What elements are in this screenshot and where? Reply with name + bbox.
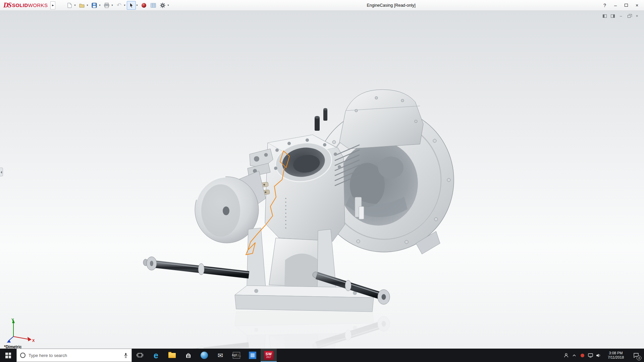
options-gear-icon xyxy=(160,2,166,8)
terminal-icon[interactable]: &gt;_ xyxy=(228,349,245,362)
tray-time: 3:08 PM xyxy=(602,351,629,355)
document-window-controls: – × xyxy=(602,13,640,19)
titlebar: DS SOLIDWORKS ▶ ▾ ▾ ▾ ▾ ↶ ▾ xyxy=(0,0,644,11)
feature-panel-collapsed-tab[interactable] xyxy=(0,168,3,176)
maximize-button[interactable] xyxy=(621,1,631,10)
windows-logo-icon xyxy=(5,353,11,358)
new-document-button[interactable] xyxy=(65,1,74,10)
pane-left-toggle[interactable] xyxy=(602,13,608,19)
sw-icon-text: SW xyxy=(266,352,272,356)
action-center-icon[interactable]: 3 xyxy=(629,349,643,362)
volume-icon[interactable] xyxy=(594,349,602,362)
save-floppy-icon xyxy=(91,2,97,8)
options-gear-button[interactable] xyxy=(158,1,167,10)
task-view-button[interactable] xyxy=(132,349,148,362)
minimize-button[interactable]: – xyxy=(610,1,621,10)
main-toolbar: ▾ ▾ ▾ ▾ ↶ ▾ ▾ xyxy=(65,1,170,10)
taskbar-apps: e ✉ &gt;_ SW 2017 xyxy=(132,349,277,362)
graphics-viewport[interactable]: – × Y X *Dimetric xyxy=(0,11,644,349)
brand-solid: SOLID xyxy=(12,2,28,8)
solidworks-taskbar-icon[interactable]: SW 2017 xyxy=(261,349,277,362)
maximize-icon xyxy=(625,4,628,7)
appearance-sphere-icon xyxy=(141,2,147,8)
sw-icon-year: 2017 xyxy=(266,356,271,359)
open-dropdown-arrow[interactable]: ▾ xyxy=(87,4,88,7)
microphone-icon[interactable] xyxy=(123,353,128,358)
y-axis-label: Y xyxy=(11,318,14,322)
start-button[interactable] xyxy=(0,349,16,362)
task-view-icon xyxy=(136,352,144,358)
doc-restore-icon xyxy=(628,15,631,18)
window-controls: ? – × xyxy=(600,1,644,10)
open-button[interactable] xyxy=(77,1,86,10)
doc-minimize-button[interactable]: – xyxy=(618,13,624,19)
people-icon[interactable] xyxy=(562,349,570,362)
save-dropdown-arrow[interactable]: ▾ xyxy=(99,4,100,7)
pane-right-toggle[interactable] xyxy=(610,13,616,19)
tray-date: 7/11/2018 xyxy=(602,355,629,360)
file-explorer-icon[interactable] xyxy=(164,349,180,362)
document-title: EngineCasing [Read-only] xyxy=(367,0,415,11)
help-button[interactable]: ? xyxy=(600,1,610,10)
taskbar-clock[interactable]: 3:08 PM 7/11/2018 xyxy=(602,351,629,360)
close-button[interactable]: × xyxy=(632,1,642,10)
print-button[interactable] xyxy=(102,1,111,10)
store-icon[interactable] xyxy=(180,349,196,362)
photos-icon[interactable] xyxy=(245,349,261,362)
solidworks-logo: DS SOLIDWORKS xyxy=(0,1,50,9)
undo-icon: ↶ xyxy=(117,2,121,8)
doc-restore-button[interactable] xyxy=(626,13,632,19)
browser-ball-icon[interactable] xyxy=(196,349,212,362)
system-tray: 3:08 PM 7/11/2018 3 xyxy=(562,349,644,362)
ds-logo-icon: DS xyxy=(3,1,11,9)
open-folder-icon xyxy=(79,2,85,8)
design-table-icon xyxy=(150,2,156,8)
hidden-icons-chevron[interactable] xyxy=(570,349,578,362)
brand-works: WORKS xyxy=(28,2,48,8)
undo-dropdown-arrow[interactable]: ▾ xyxy=(124,4,125,7)
antivirus-tray-icon[interactable] xyxy=(578,349,586,362)
search-input[interactable] xyxy=(29,353,120,358)
print-icon xyxy=(104,2,110,8)
search-circle-icon xyxy=(20,353,25,358)
options-dropdown-arrow[interactable]: ▾ xyxy=(167,4,169,7)
store-bag-icon xyxy=(185,353,191,358)
undo-button[interactable]: ↶ xyxy=(114,1,123,10)
new-document-icon xyxy=(66,2,72,8)
network-icon[interactable] xyxy=(586,349,594,362)
toolbar-flyout-arrow[interactable]: ▶ xyxy=(50,1,55,9)
select-cursor-icon xyxy=(128,2,135,8)
notification-badge: 3 xyxy=(637,356,641,360)
x-axis-label: X xyxy=(32,339,35,343)
taskbar-search[interactable] xyxy=(16,349,132,362)
orientation-triad: Y X xyxy=(4,317,36,345)
select-dropdown-arrow[interactable]: ▾ xyxy=(136,4,138,7)
design-table-button[interactable] xyxy=(149,1,158,10)
doc-close-button[interactable]: × xyxy=(634,13,640,19)
select-tool-button[interactable] xyxy=(127,1,136,10)
x-axis-arrow xyxy=(28,337,32,341)
print-dropdown-arrow[interactable]: ▾ xyxy=(111,4,113,7)
appearance-sphere-button[interactable] xyxy=(139,1,148,10)
pane-left-icon xyxy=(603,14,607,18)
taskbar: e ✉ &gt;_ SW 2017 xyxy=(0,349,644,362)
edge-browser-icon[interactable]: e xyxy=(148,349,164,362)
pane-right-icon xyxy=(611,14,615,18)
engine-casing-model[interactable] xyxy=(0,11,644,349)
new-dropdown-arrow[interactable]: ▾ xyxy=(74,4,75,7)
save-button[interactable] xyxy=(90,1,99,10)
view-orientation-label: *Dimetric xyxy=(4,345,22,349)
mail-icon[interactable]: ✉ xyxy=(212,349,228,362)
brand-text: SOLIDWORKS xyxy=(12,2,48,8)
